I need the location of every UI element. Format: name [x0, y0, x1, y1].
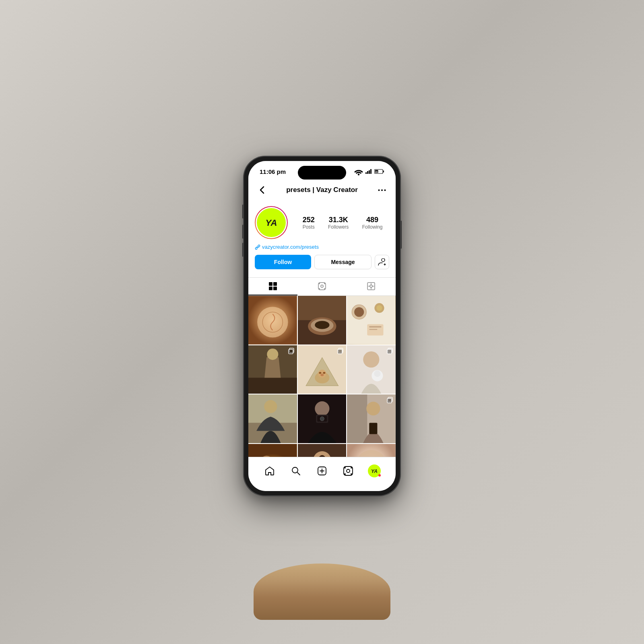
grid-item-12[interactable] [347, 444, 396, 457]
svg-rect-38 [369, 326, 382, 327]
photo-face-closeup [347, 444, 396, 457]
wood-stand [254, 564, 390, 620]
svg-rect-15 [269, 287, 272, 290]
svg-point-26 [262, 312, 283, 332]
grid-item-8[interactable] [298, 394, 347, 443]
svg-rect-77 [298, 444, 347, 457]
stat-following[interactable]: 489 Following [362, 216, 383, 230]
bottom-nav-home[interactable] [261, 462, 279, 480]
svg-point-80 [357, 450, 385, 457]
tab-reels[interactable] [297, 278, 347, 295]
svg-rect-74 [248, 444, 297, 457]
svg-rect-13 [269, 282, 272, 286]
photo-grid [248, 296, 396, 457]
grid-item-4[interactable] [248, 345, 297, 394]
tagged-icon [367, 282, 376, 291]
grid-item-7[interactable] [248, 394, 297, 443]
profile-link[interactable]: vazycreator.com/presets [255, 244, 389, 250]
stat-followers[interactable]: 31.3K Followers [328, 216, 349, 230]
tab-tagged[interactable] [347, 278, 396, 295]
nav-bar: presets | Vazy Creator [248, 180, 396, 201]
svg-point-67 [320, 417, 324, 421]
svg-rect-73 [387, 398, 392, 403]
avatar-container[interactable]: YA [255, 206, 288, 239]
svg-point-86 [344, 467, 346, 469]
action-buttons: Follow Message [255, 255, 389, 269]
svg-rect-60 [248, 394, 297, 443]
message-button[interactable]: Message [314, 255, 372, 269]
svg-point-62 [264, 400, 277, 413]
avatar-ring-inner: YA [256, 207, 287, 238]
svg-point-70 [367, 402, 380, 415]
bottom-nav-reels[interactable] [339, 462, 357, 480]
link-icon [255, 244, 260, 250]
add-person-icon [378, 258, 386, 266]
svg-rect-16 [273, 287, 277, 290]
tab-grid[interactable] [248, 278, 297, 295]
grid-item-3[interactable] [347, 296, 396, 345]
svg-rect-59 [387, 349, 392, 354]
photo-grid-container [248, 296, 396, 457]
add-friend-button[interactable] [375, 255, 389, 269]
grid-item-10[interactable] [248, 444, 297, 457]
bottom-nav-search[interactable] [287, 462, 305, 480]
followers-label: Followers [328, 224, 349, 230]
svg-point-9 [381, 189, 383, 191]
svg-point-20 [324, 283, 325, 284]
svg-text:YA: YA [371, 469, 378, 474]
svg-rect-61 [248, 423, 297, 443]
svg-text:YA: YA [266, 218, 277, 228]
grid-item-9[interactable] [347, 394, 396, 443]
profile-url[interactable]: vazycreator.com/presets [262, 244, 319, 250]
photo-woman-dog [347, 345, 396, 394]
svg-rect-37 [367, 324, 384, 335]
avatar-ring: YA [255, 206, 288, 239]
grid-item-11[interactable] [298, 444, 347, 457]
svg-point-56 [372, 370, 383, 381]
grid-item-2[interactable] [298, 296, 347, 345]
svg-rect-5 [383, 171, 384, 173]
stat-posts[interactable]: 252 Posts [303, 216, 315, 230]
bottom-nav-add[interactable] [313, 462, 331, 480]
photo-latte [248, 296, 297, 345]
reels-nav-icon [343, 466, 353, 476]
profile-header: YA 252 Posts 31.3K [255, 206, 389, 239]
svg-point-85 [347, 469, 350, 473]
svg-rect-14 [273, 282, 277, 286]
svg-point-64 [315, 401, 329, 416]
grid-item-1[interactable] [248, 296, 297, 345]
svg-rect-53 [338, 349, 342, 354]
back-button[interactable] [255, 183, 269, 197]
svg-point-21 [319, 288, 320, 289]
posts-count: 252 [303, 216, 315, 224]
svg-rect-66 [317, 416, 327, 422]
svg-rect-54 [347, 345, 396, 394]
svg-rect-58 [388, 348, 392, 353]
posts-label: Posts [303, 224, 315, 230]
bottom-nav-profile[interactable]: YA [365, 462, 383, 480]
more-options-button[interactable] [375, 183, 389, 197]
photo-coffee-flatlay [347, 296, 396, 345]
svg-point-89 [351, 473, 352, 475]
svg-point-25 [257, 307, 288, 337]
svg-rect-41 [248, 378, 297, 394]
svg-point-19 [319, 283, 320, 284]
grid-icon [268, 282, 277, 291]
svg-marker-46 [306, 357, 338, 386]
status-time: 11:06 pm [260, 168, 286, 175]
reels-icon [318, 282, 326, 291]
svg-point-47 [315, 372, 329, 383]
photo-man-camera [298, 394, 347, 443]
follow-button[interactable]: Follow [255, 255, 311, 269]
photo-dog-tent [298, 345, 347, 394]
svg-rect-69 [347, 394, 367, 443]
svg-point-10 [384, 189, 386, 191]
svg-point-87 [351, 467, 352, 469]
notification-dot [378, 474, 381, 477]
grid-item-5[interactable] [298, 345, 347, 394]
svg-point-22 [324, 288, 325, 289]
svg-rect-72 [388, 397, 392, 402]
grid-item-6[interactable] [347, 345, 396, 394]
phone-device: 11:06 pm [244, 156, 400, 496]
svg-point-51 [320, 374, 324, 376]
